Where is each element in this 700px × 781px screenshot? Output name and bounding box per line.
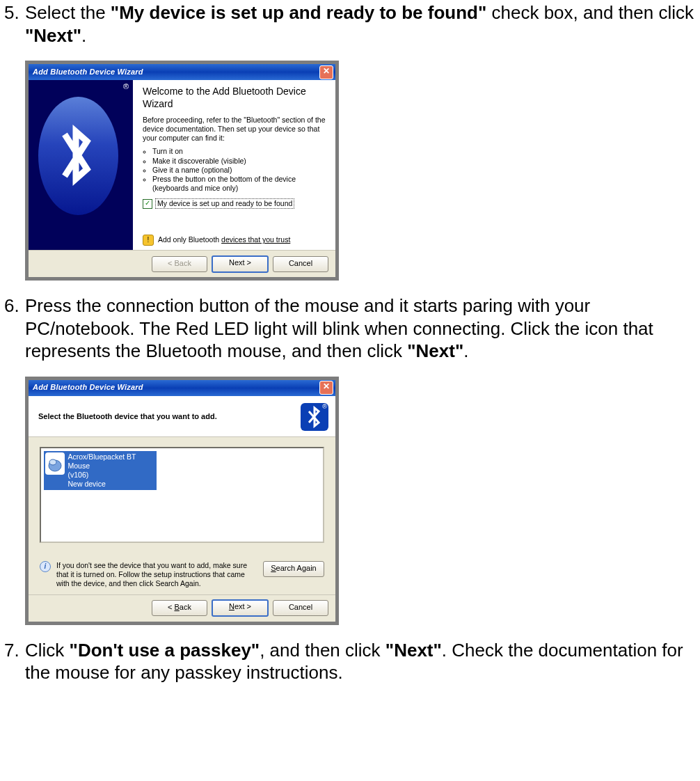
bluetooth-icon: ® xyxy=(301,403,328,431)
step-number: 5. xyxy=(4,1,25,47)
step-6: 6. Press the connection button of the mo… xyxy=(4,294,696,625)
wizard-bullets: Turn it on Make it discoverable (visible… xyxy=(143,147,328,193)
list-item: Make it discoverable (visible) xyxy=(152,157,328,166)
device-label: Acrox/Bluepacket BT Mouse (v106) New dev… xyxy=(67,452,155,489)
back-button[interactable]: < Back xyxy=(152,600,207,616)
checkbox-icon[interactable]: ✓ xyxy=(143,199,152,209)
trust-row: ! Add only Bluetooth devices that you tr… xyxy=(143,235,290,246)
checkbox-row: ✓ My device is set up and ready to be fo… xyxy=(143,198,328,209)
wizard-inner: Acrox/Bluepacket BT Mouse (v106) New dev… xyxy=(29,437,335,594)
next-button[interactable]: Next > xyxy=(212,599,269,617)
list-item: Give it a name (optional) xyxy=(152,166,328,175)
step-text: Select the "My device is set up and read… xyxy=(25,1,696,47)
search-again-button[interactable]: Search Again xyxy=(263,561,324,577)
info-row: i If you don't see the device that you w… xyxy=(40,561,324,588)
window-title: Add Bluetooth Device Wizard xyxy=(33,68,319,77)
next-button[interactable]: Next > xyxy=(212,255,269,273)
titlebar: Add Bluetooth Device Wizard ✕ xyxy=(29,380,335,396)
wizard-buttons: < Back Next > Cancel xyxy=(29,594,335,622)
trust-link[interactable]: devices that you trust xyxy=(221,235,290,244)
step-5: 5. Select the "My device is set up and r… xyxy=(4,1,696,281)
wizard-heading: Welcome to the Add Bluetooth Device Wiza… xyxy=(143,86,328,110)
step-text: Press the connection button of the mouse… xyxy=(25,294,696,363)
wizard-intro: Before proceeding, refer to the "Bluetoo… xyxy=(143,116,328,143)
registered-mark: ® xyxy=(123,82,129,92)
cancel-button[interactable]: Cancel xyxy=(273,600,328,616)
list-item: Press the button on the bottom of the de… xyxy=(152,175,328,193)
window-title: Add Bluetooth Device Wizard xyxy=(33,383,319,393)
svg-point-1 xyxy=(49,459,56,465)
wizard-side-panel: ® xyxy=(29,80,133,250)
close-icon[interactable]: ✕ xyxy=(319,381,333,395)
bluetooth-icon xyxy=(38,97,118,215)
trust-text: Add only Bluetooth devices that you trus… xyxy=(158,235,290,244)
close-icon[interactable]: ✕ xyxy=(319,65,333,79)
wizard-buttons: < Back Next > Cancel xyxy=(29,250,335,277)
wizard-header: Select the Bluetooth device that you wan… xyxy=(29,396,335,437)
cancel-button[interactable]: Cancel xyxy=(273,256,328,272)
step-7: 7. Click "Don't use a passkey", and then… xyxy=(4,639,696,684)
registered-mark: ® xyxy=(322,403,327,411)
wizard-select-device: Add Bluetooth Device Wizard ✕ Select the… xyxy=(25,377,339,625)
step-number: 7. xyxy=(4,639,25,684)
wizard-header-text: Select the Bluetooth device that you wan… xyxy=(38,412,301,422)
info-icon: i xyxy=(40,561,51,572)
checkbox-label: My device is set up and ready to be foun… xyxy=(155,198,294,209)
mouse-icon xyxy=(45,452,65,475)
wizard-welcome: Add Bluetooth Device Wizard ✕ ® Welcome … xyxy=(25,61,339,281)
titlebar: Add Bluetooth Device Wizard ✕ xyxy=(29,64,335,80)
back-button: < Back xyxy=(152,256,207,272)
device-item[interactable]: Acrox/Bluepacket BT Mouse (v106) New dev… xyxy=(44,451,157,491)
device-list[interactable]: Acrox/Bluepacket BT Mouse (v106) New dev… xyxy=(40,447,324,543)
shield-icon: ! xyxy=(143,235,154,246)
step-text: Click "Don't use a passkey", and then cl… xyxy=(25,639,696,684)
wizard-main: Welcome to the Add Bluetooth Device Wiza… xyxy=(133,80,335,250)
info-text: If you don't see the device that you wan… xyxy=(56,561,257,588)
step-number: 6. xyxy=(4,294,25,363)
list-item: Turn it on xyxy=(152,147,328,156)
instruction-list: 5. Select the "My device is set up and r… xyxy=(4,1,696,684)
